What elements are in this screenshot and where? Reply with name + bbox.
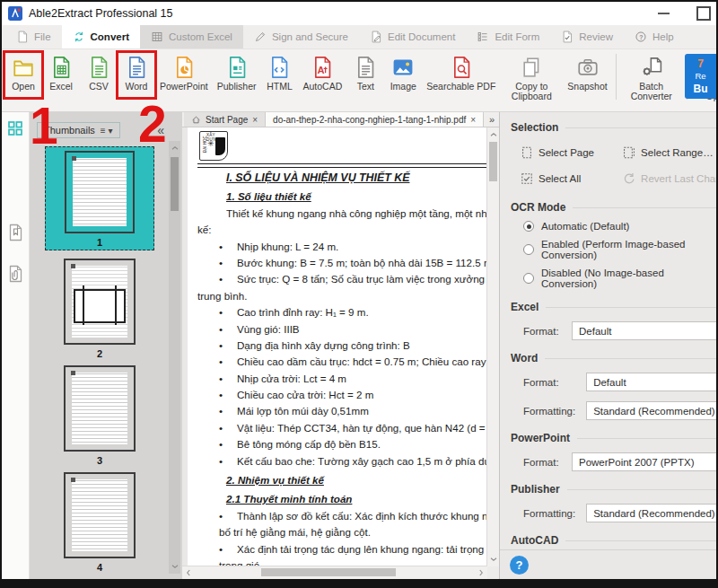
- thumbnail-page[interactable]: [64, 472, 136, 558]
- excel-button[interactable]: Excel: [42, 54, 80, 93]
- selection-buttons: Select PageSelect Range…Select AllRevert…: [511, 138, 716, 189]
- revert-last-change-button: Revert Last Change: [622, 171, 716, 186]
- publisher-formatting-dropdown[interactable]: Standard (Recommended): [586, 504, 716, 522]
- radio-disabled-no-image-base[interactable]: Disabled (No Image-based Conversion): [523, 268, 716, 289]
- publisher-icon: [225, 56, 249, 79]
- ribbon-tab-label: File: [34, 31, 51, 42]
- university-logo-stamp: XÂY DỰNG ĐẠI HỌC ✳: [199, 131, 228, 161]
- radio-enabled-perform-image-[interactable]: Enabled (Perform Image-based Conversion): [523, 239, 716, 260]
- tab-close-icon[interactable]: ×: [252, 115, 258, 125]
- vertical-scrollbar[interactable]: [486, 127, 499, 566]
- section-title-word: Word: [511, 352, 716, 364]
- word-format-dropdown[interactable]: Default: [586, 373, 716, 391]
- doc-line: •Cao trình đỉnh ray: H₁ = 9 m.: [197, 304, 487, 320]
- html-button[interactable]: HTML: [260, 54, 298, 93]
- ribbon-tab-label: Custom Excel: [169, 31, 232, 42]
- text-button[interactable]: Text: [346, 54, 384, 93]
- doc-line: 2.1 Thuyết minh tính toán: [197, 491, 487, 507]
- doc-line-text: Mái lợp tôn múi dày 0,51mm: [237, 405, 369, 417]
- thumbnail-item-3[interactable]: 3: [64, 365, 136, 466]
- scroll-left-icon[interactable]: [184, 568, 193, 577]
- section-title-excel: Excel: [511, 301, 716, 313]
- searchable-pdf-button[interactable]: Searchable PDF: [422, 54, 500, 93]
- toolbar-button-label: Excel: [49, 82, 73, 92]
- tab-overflow-icon[interactable]: »: [485, 112, 499, 127]
- publisher-button[interactable]: Publisher: [213, 54, 261, 93]
- excel-format-dropdown[interactable]: Default: [572, 321, 716, 340]
- doc-line-text: Chiều cao cửa trời: Hct = 2 m: [237, 389, 373, 400]
- scroll-right-icon[interactable]: [477, 568, 486, 577]
- powerpoint-button[interactable]: PowerPoint: [155, 54, 213, 93]
- attachments-panel-icon[interactable]: [6, 265, 24, 283]
- thumbnails-panel-icon[interactable]: [6, 119, 24, 137]
- thumbnails-panel: Thumbnails ≡ ▾ « 1234: [30, 112, 182, 579]
- autocad-button[interactable]: AAutoCAD: [298, 54, 346, 93]
- convert-tab-icon: [73, 31, 85, 43]
- word-icon: [125, 56, 148, 79]
- ribbon-tab-edit-document[interactable]: Edit Document: [359, 25, 466, 48]
- revert-icon: [622, 171, 636, 186]
- scrollbar-thumb[interactable]: [261, 568, 396, 576]
- trial-buy-button[interactable]: 7 Re Bu: [685, 54, 716, 99]
- field-label: Formatting:: [523, 508, 575, 519]
- ribbon-tab-edit-form[interactable]: Edit Form: [466, 25, 550, 48]
- pdf-page[interactable]: XÂY DỰNG ĐẠI HỌC ✳ I. SỐ LIỆU VÀ NHIỆM V…: [188, 127, 487, 566]
- ribbon-tab-convert[interactable]: Convert: [62, 25, 140, 48]
- powerpoint-format-dropdown[interactable]: PowerPoint 2007 (PPTX): [572, 452, 716, 471]
- text-icon: [354, 56, 377, 79]
- doc-line: I. SỐ LIỆU VÀ NHIỆM VỤ THIẾT KẾ: [197, 170, 487, 186]
- doc-line-text: Bê tông móng cấp độ bền B15.: [237, 438, 381, 450]
- title-bar: Able2Extract Professional 15: [2, 2, 716, 25]
- ribbon-tab-file[interactable]: File: [5, 25, 62, 48]
- doc-line: •Bước khung: B = 7.5 m; toàn bộ nhà dài …: [197, 255, 487, 271]
- scrollbar-thumb[interactable]: [489, 142, 497, 181]
- toolbar: OpenExcelCSVWordPowerPointPublisherHTMLA…: [2, 49, 716, 112]
- bullet-icon: •: [217, 354, 237, 370]
- thumbnail-item-2[interactable]: 2: [64, 259, 136, 359]
- conversion-options-panel: SelectionSelect PageSelect Range…Select …: [499, 112, 716, 579]
- horizontal-scrollbar[interactable]: [182, 566, 487, 579]
- thumbnails-scrollbar[interactable]: [169, 141, 180, 574]
- scroll-down-icon[interactable]: [489, 555, 498, 564]
- batch-converter-button[interactable]: Batch Converter: [620, 54, 683, 103]
- open-button[interactable]: Open: [4, 54, 42, 93]
- scroll-up-icon[interactable]: [171, 144, 180, 153]
- scroll-down-icon[interactable]: [171, 562, 180, 571]
- snapshot-button[interactable]: Snapshot: [563, 54, 611, 93]
- thumbnails-dropdown-label: Thumbnails: [44, 125, 95, 136]
- scroll-up-icon[interactable]: [489, 130, 498, 139]
- tab-close-icon[interactable]: ×: [470, 115, 476, 125]
- image-button[interactable]: Image: [384, 54, 422, 93]
- minimize-button[interactable]: [658, 13, 670, 14]
- ribbon-tab-sign-and-secure[interactable]: Sign and Secure: [243, 25, 359, 48]
- maximize-button[interactable]: [696, 6, 711, 21]
- collapse-panel-button[interactable]: «: [157, 124, 179, 136]
- bookmarks-panel-icon[interactable]: [6, 224, 24, 241]
- thumbnail-page[interactable]: [64, 365, 136, 452]
- radio-automatic-default[interactable]: Automatic (Default): [523, 221, 716, 232]
- bullet-icon: •: [217, 387, 237, 403]
- thumbnail-page[interactable]: [64, 259, 136, 345]
- select-page-button[interactable]: Select Page: [520, 145, 618, 160]
- thumbnails-dropdown[interactable]: Thumbnails ≡ ▾: [37, 122, 120, 138]
- edit-form-tab-icon: [477, 31, 489, 43]
- doc-line: •Vùng gió: IIIB: [197, 321, 487, 338]
- word-button[interactable]: Word: [118, 54, 155, 93]
- document-tab-do-an-thep-2-nha-cong-ng[interactable]: do-an-thep-2-nha-cong-nghiep-1-tang-1-nh…: [266, 112, 484, 127]
- ribbon-tab-help[interactable]: ?Help: [624, 25, 685, 48]
- document-tab-start-page[interactable]: Start Page×: [184, 112, 266, 127]
- scrollbar-thumb[interactable]: [171, 157, 179, 211]
- ribbon-tab-custom-excel[interactable]: Custom Excel: [140, 25, 243, 48]
- copy-to-clipboard-button[interactable]: Copy to Clipboard: [500, 54, 563, 103]
- help-button[interactable]: ?: [510, 556, 529, 575]
- ribbon-tab-review[interactable]: Review: [550, 25, 624, 48]
- select-all-button[interactable]: Select All: [520, 171, 618, 186]
- document-view: XÂY DỰNG ĐẠI HỌC ✳ I. SỐ LIỆU VÀ NHIỆM V…: [182, 127, 499, 579]
- thumbnail-item-4[interactable]: 4: [64, 472, 136, 573]
- csv-button[interactable]: CSV: [80, 54, 118, 93]
- toolbar-button-label: Copy to Clipboard: [504, 82, 558, 101]
- word-formatting-dropdown[interactable]: Standard (Recommended): [586, 401, 716, 420]
- thumbnail-item-1[interactable]: 1: [45, 146, 154, 250]
- thumbnail-page[interactable]: [65, 151, 135, 233]
- select-range-button[interactable]: Select Range…: [622, 145, 716, 160]
